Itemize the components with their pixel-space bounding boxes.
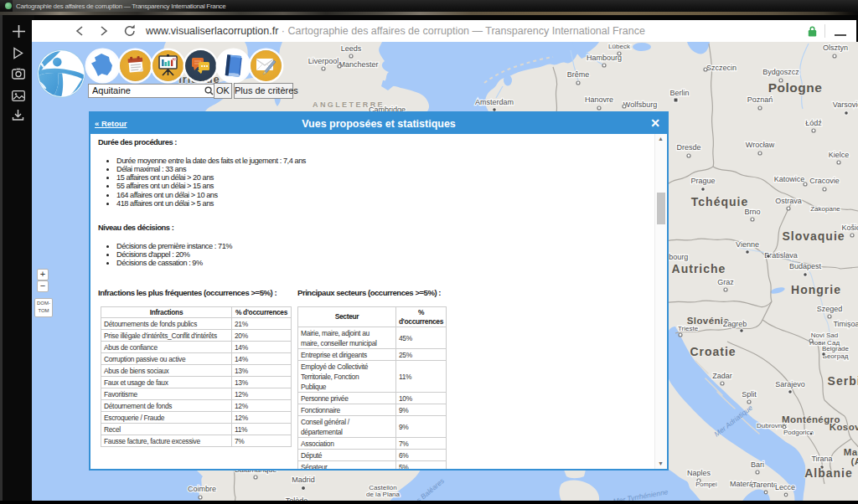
- svg-text:Zadar: Zadar: [712, 372, 732, 380]
- svg-text:Coimbre: Coimbre: [188, 485, 216, 493]
- svg-text:Tirana: Tirana: [811, 455, 832, 463]
- svg-text:Lübeck: Lübeck: [608, 43, 631, 50]
- svg-text:Madrid: Madrid: [292, 476, 315, 484]
- svg-text:Hambourg: Hambourg: [587, 54, 622, 62]
- svg-text:Amsterdam: Amsterdam: [475, 98, 514, 106]
- svg-text:Slovaquie: Slovaquie: [782, 229, 845, 243]
- svg-text:Vienne: Vienne: [736, 240, 759, 249]
- svg-text:Szczecin: Szczecin: [706, 64, 737, 72]
- svg-text:Košice: Košice: [841, 224, 858, 232]
- svg-text:Croatie: Croatie: [690, 345, 736, 358]
- svg-text:Cracovie: Cracovie: [809, 177, 840, 185]
- svg-text:Lecce: Lecce: [775, 483, 795, 491]
- svg-text:Wrocław: Wrocław: [746, 141, 775, 149]
- svg-text:Zakopane: Zakopane: [810, 205, 840, 213]
- svg-text:Kielce: Kielce: [829, 151, 850, 159]
- svg-text:Brême: Brême: [567, 70, 590, 79]
- svg-text:Graz: Graz: [717, 278, 734, 286]
- svg-text:Katowice: Katowice: [774, 175, 805, 183]
- svg-text:Budapest: Budapest: [789, 262, 822, 270]
- svg-text:Autriche: Autriche: [672, 262, 726, 275]
- svg-text:Split: Split: [742, 390, 757, 399]
- svg-text:Poznań: Poznań: [747, 95, 773, 104]
- svg-text:Timișoara: Timișoara: [833, 320, 858, 328]
- svg-text:Berlin: Berlin: [669, 89, 689, 97]
- svg-text:Ostrava: Ostrava: [775, 197, 802, 205]
- svg-text:Novi Sad: Novi Sad: [811, 332, 838, 339]
- svg-text:Wolfsburg: Wolfsburg: [623, 100, 657, 109]
- svg-text:Łódź: Łódź: [805, 119, 822, 127]
- svg-text:Materá: Materá: [730, 480, 753, 488]
- svg-text:Hongrie: Hongrie: [791, 283, 841, 296]
- svg-text:Београд: Београд: [823, 352, 849, 360]
- svg-text:Tchéquie: Tchéquie: [691, 195, 748, 208]
- svg-text:Szeged: Szeged: [817, 305, 843, 313]
- svg-text:Bydgoszcz: Bydgoszcz: [762, 68, 799, 76]
- svg-text:Tolède: Tolède: [286, 496, 308, 501]
- svg-text:Kosovo: Kosovo: [830, 422, 858, 432]
- svg-text:de la Plana: de la Plana: [366, 491, 401, 498]
- svg-text:Brno: Brno: [744, 208, 760, 216]
- svg-text:Albanie: Albanie: [804, 466, 853, 480]
- svg-text:Prague: Prague: [690, 177, 715, 185]
- svg-text:(A: (A: [851, 456, 858, 466]
- svg-text:Serbie: Serbie: [828, 374, 858, 388]
- svg-text:Varsovie: Varsovie: [833, 100, 858, 109]
- svg-text:Dresde: Dresde: [676, 143, 700, 152]
- svg-text:Mer Tyrrhénienne: Mer Tyrrhénienne: [612, 487, 669, 501]
- svg-text:Belgrade: Belgrade: [822, 345, 850, 352]
- svg-text:Trieste: Trieste: [678, 325, 699, 332]
- svg-text:Olsztyn: Olsztyn: [823, 44, 848, 52]
- svg-text:Sarajevo: Sarajevo: [775, 380, 805, 388]
- svg-text:Tarente: Tarente: [752, 481, 778, 489]
- svg-text:Îles Baléares: Îles Baléares: [409, 476, 447, 501]
- svg-text:Liverpool: Liverpool: [308, 57, 339, 65]
- svg-text:Leeds: Leeds: [341, 44, 362, 53]
- svg-text:Manchester: Manchester: [339, 60, 378, 69]
- svg-text:Pologne: Pologne: [768, 80, 823, 95]
- svg-text:Bari: Bari: [751, 460, 764, 469]
- svg-text:Zagreb: Zagreb: [723, 320, 747, 328]
- svg-text:Naples: Naples: [687, 469, 711, 477]
- svg-text:Hanovre: Hanovre: [585, 95, 613, 104]
- svg-text:Pompei: Pompei: [695, 481, 717, 488]
